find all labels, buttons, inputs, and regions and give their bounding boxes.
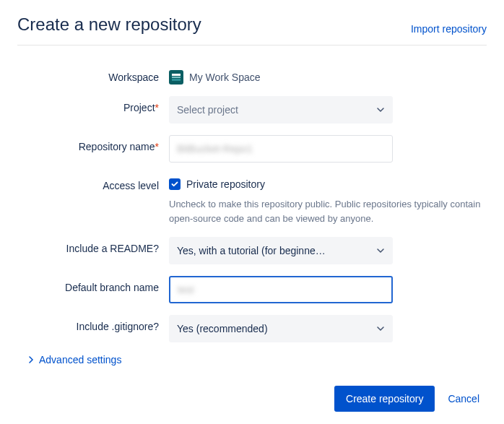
page-title: Create a new repository — [17, 14, 201, 35]
repo-name-input[interactable]: BitBucket-Repo1 — [169, 135, 393, 163]
project-label: Project* — [17, 96, 169, 113]
project-select[interactable]: Select project — [169, 96, 393, 124]
workspace-icon — [169, 70, 183, 85]
create-repository-button[interactable]: Create repository — [334, 386, 435, 412]
gitignore-select-value: Yes (recommended) — [177, 323, 268, 334]
svg-rect-1 — [172, 74, 181, 76]
chevron-down-icon — [376, 324, 385, 333]
private-checkbox[interactable] — [169, 178, 181, 190]
include-readme-label: Include a README? — [17, 237, 169, 254]
chevron-down-icon — [376, 246, 385, 255]
default-branch-value: test — [178, 284, 194, 295]
advanced-settings-label: Advanced settings — [39, 354, 121, 365]
access-level-label: Access level — [17, 174, 169, 191]
repo-name-value: BitBucket-Repo1 — [177, 143, 253, 155]
repo-name-label: Repository name* — [17, 135, 169, 152]
readme-select[interactable]: Yes, with a tutorial (for beginne… — [169, 237, 393, 264]
private-checkbox-label: Private repository — [186, 178, 265, 190]
svg-rect-2 — [172, 77, 181, 78]
workspace-label: Workspace — [17, 66, 169, 83]
chevron-down-icon — [376, 105, 385, 114]
gitignore-select[interactable]: Yes (recommended) — [169, 315, 393, 342]
include-gitignore-label: Include .gitignore? — [17, 315, 169, 332]
import-repository-link[interactable]: Import repository — [411, 23, 487, 35]
readme-select-value: Yes, with a tutorial (for beginne… — [177, 245, 326, 256]
advanced-settings-toggle[interactable]: Advanced settings — [27, 354, 487, 365]
svg-rect-3 — [172, 79, 181, 81]
default-branch-input[interactable]: test — [169, 276, 393, 303]
access-help-text: Uncheck to make this repository public. … — [169, 197, 487, 225]
project-select-value: Select project — [177, 104, 238, 116]
cancel-button[interactable]: Cancel — [448, 393, 479, 404]
chevron-right-icon — [27, 354, 35, 365]
default-branch-label: Default branch name — [17, 276, 169, 293]
workspace-name: My Work Space — [189, 72, 261, 83]
